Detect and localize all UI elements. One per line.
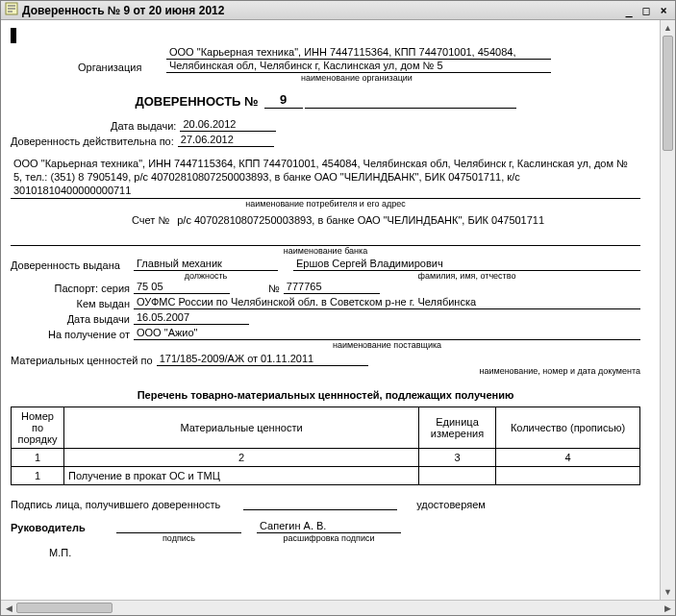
- th-num: Номер по порядку: [12, 407, 64, 449]
- passport-label: Паспорт: серия: [11, 283, 134, 294]
- passport-issued-by-label: Кем выдан: [11, 298, 134, 309]
- issue-date-label: Дата выдачи:: [111, 120, 180, 132]
- vertical-scrollbar[interactable]: ▲ ▼: [660, 20, 675, 600]
- valid-until: 27.06.2012: [178, 134, 274, 147]
- org-caption: наименование организации: [164, 73, 549, 83]
- org-line2: Челябинская обл, Челябинск г, Каслинская…: [166, 60, 551, 73]
- passport-issued-by: ОУФМС России по Челябинской обл. в Совет…: [134, 296, 640, 309]
- head-label: Руководитель: [11, 522, 116, 533]
- items-table: Номер по порядку Материальные ценности Е…: [11, 407, 640, 485]
- th-unit: Единица измерения: [419, 407, 496, 449]
- passport-issue-date: 16.05.2007: [134, 311, 249, 325]
- passport-series: 75 05: [134, 281, 230, 294]
- table-colnum-row: 1 2 3 4: [12, 449, 640, 467]
- org-label: Организация: [78, 62, 166, 73]
- valid-until-label: Доверенность действительна по:: [11, 136, 178, 147]
- content-area: ООО "Карьерная техника", ИНН 7447115364,…: [1, 20, 675, 600]
- th-name: Материальные ценности: [64, 407, 419, 449]
- text-cursor: [11, 28, 16, 43]
- issued-to-label: Доверенность выдана: [11, 259, 134, 271]
- head-name: Сапегин А. В.: [257, 520, 401, 533]
- table-row: 1 Получение в прокат ОС и ТМЦ: [12, 467, 640, 485]
- scroll-up-arrow[interactable]: ▲: [661, 20, 675, 36]
- account-label: Счет №: [132, 214, 173, 226]
- scroll-down-arrow[interactable]: ▼: [661, 584, 675, 600]
- consumer-text: ООО "Карьерная техника", ИНН 7447115364,…: [11, 157, 640, 199]
- window-title: Доверенность № 9 от 20 июня 2012: [22, 4, 224, 17]
- basis-value: 171/185-2009/АЖ от 01.11.2011: [157, 353, 368, 366]
- position-caption: должность: [134, 271, 278, 281]
- certify-label: удостоверяем: [416, 499, 486, 510]
- basis-label: Материальных ценностей по: [11, 355, 157, 366]
- table-title: Перечень товарно-материальных ценнностей…: [11, 389, 640, 401]
- vscroll-thumb[interactable]: [663, 36, 673, 151]
- maximize-button[interactable]: □: [638, 4, 654, 17]
- consumer-caption: наименование потребителя и его адрес: [11, 199, 640, 209]
- passport-number: 777765: [284, 281, 380, 294]
- head-sig-line: [116, 522, 241, 533]
- passport-num-label: №: [230, 283, 284, 294]
- fio-caption: фамилия, имя, отчество: [293, 271, 640, 281]
- sig-receiver-label: Подпись лица, получившего доверенность: [11, 499, 224, 510]
- doc-number-tail: [305, 96, 516, 109]
- decode-caption: расшифровка подписи: [257, 533, 401, 543]
- issue-date: 20.06.2012: [180, 118, 276, 132]
- issued-fio: Ершов Сергей Владимирович: [293, 258, 640, 271]
- th-qty: Количество (прописью): [496, 407, 640, 449]
- app-icon: [5, 2, 18, 18]
- stamp-label: М.П.: [49, 547, 640, 558]
- passport-issue-date-label: Дата выдачи: [11, 313, 134, 325]
- issued-position: Главный механик: [134, 258, 278, 271]
- basis-caption: наименование, номер и дата документа: [164, 366, 640, 376]
- org-line1: ООО "Карьерная техника", ИНН 7447115364,…: [166, 46, 551, 60]
- hscroll-thumb[interactable]: [16, 603, 113, 613]
- sig-caption: подпись: [116, 533, 241, 543]
- doc-title: ДОВЕРЕННОСТЬ №: [135, 94, 258, 109]
- doc-number: 9: [264, 92, 303, 109]
- table-header-row: Номер по порядку Материальные ценности Е…: [12, 407, 640, 449]
- sig-receiver-line: [243, 499, 397, 510]
- horizontal-scrollbar[interactable]: ◀ ▶: [1, 600, 675, 615]
- minimize-button[interactable]: _: [621, 4, 637, 17]
- received-from-caption: наименование поставщика: [134, 340, 640, 350]
- account-caption: наименование банка: [11, 246, 640, 256]
- scroll-left-arrow[interactable]: ◀: [1, 601, 16, 615]
- close-button[interactable]: ×: [656, 4, 671, 17]
- document-window: Доверенность № 9 от 20 июня 2012 _ □ × О…: [0, 0, 676, 616]
- received-from-label: На получение от: [11, 329, 134, 340]
- titlebar: Доверенность № 9 от 20 июня 2012 _ □ ×: [1, 1, 675, 20]
- received-from-value: ООО "Ажио": [134, 327, 640, 340]
- scroll-right-arrow[interactable]: ▶: [660, 601, 675, 615]
- document-page: ООО "Карьерная техника", ИНН 7447115364,…: [1, 20, 660, 600]
- account-value: р/с 40702810807250003893, в банке ОАО "Ч…: [173, 214, 544, 226]
